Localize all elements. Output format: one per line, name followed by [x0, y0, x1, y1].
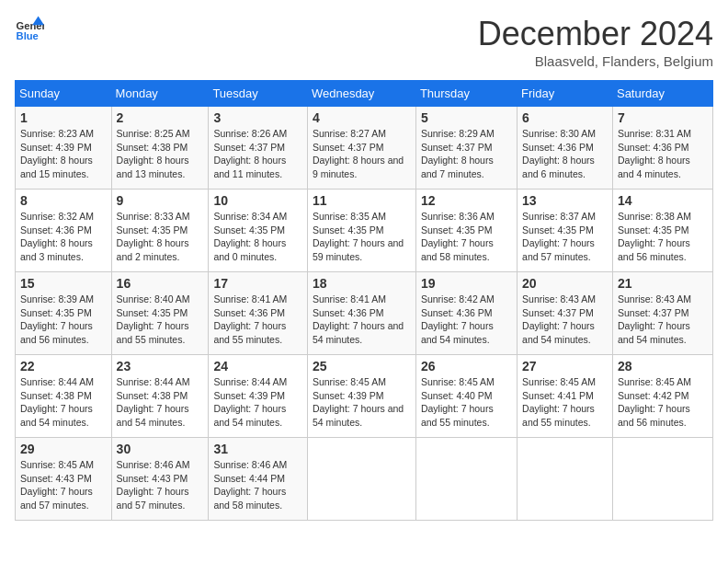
- day-number: 14: [618, 193, 708, 208]
- day-number: 30: [117, 442, 204, 456]
- day-number: 16: [117, 276, 204, 291]
- day-number: 22: [20, 359, 107, 373]
- calendar-week-row: 22 Sunrise: 8:44 AM Sunset: 4:38 PM Dayl…: [16, 355, 713, 438]
- calendar-cell: 31 Sunrise: 8:46 AM Sunset: 4:44 PM Dayl…: [209, 438, 308, 521]
- calendar-cell: 30 Sunrise: 8:46 AM Sunset: 4:43 PM Dayl…: [111, 438, 209, 521]
- calendar-cell: 12 Sunrise: 8:36 AM Sunset: 4:35 PM Dayl…: [415, 190, 517, 272]
- day-number: 13: [522, 193, 608, 208]
- calendar-cell: [415, 438, 517, 521]
- day-info: Sunrise: 8:39 AM Sunset: 4:35 PM Dayligh…: [20, 293, 107, 347]
- calendar-cell: 9 Sunrise: 8:33 AM Sunset: 4:35 PM Dayli…: [111, 190, 209, 272]
- calendar-cell: 26 Sunrise: 8:45 AM Sunset: 4:40 PM Dayl…: [415, 355, 517, 438]
- day-number: 5: [421, 110, 512, 125]
- day-info: Sunrise: 8:23 AM Sunset: 4:39 PM Dayligh…: [20, 127, 107, 181]
- day-number: 8: [20, 193, 107, 208]
- day-number: 26: [421, 359, 512, 373]
- day-of-week-header: Tuesday: [209, 81, 308, 107]
- header: General Blue December 2024 Blaasveld, Fl…: [15, 15, 713, 69]
- calendar-week-row: 29 Sunrise: 8:45 AM Sunset: 4:43 PM Dayl…: [16, 438, 713, 521]
- calendar-cell: [518, 438, 613, 521]
- calendar-cell: 28 Sunrise: 8:45 AM Sunset: 4:42 PM Dayl…: [612, 355, 712, 438]
- day-info: Sunrise: 8:35 AM Sunset: 4:35 PM Dayligh…: [313, 210, 411, 264]
- calendar-cell: 2 Sunrise: 8:25 AM Sunset: 4:38 PM Dayli…: [111, 107, 209, 190]
- calendar-table: SundayMondayTuesdayWednesdayThursdayFrid…: [15, 80, 713, 521]
- calendar-cell: 4 Sunrise: 8:27 AM Sunset: 4:37 PM Dayli…: [307, 107, 415, 190]
- day-info: Sunrise: 8:45 AM Sunset: 4:41 PM Dayligh…: [522, 375, 608, 430]
- day-info: Sunrise: 8:25 AM Sunset: 4:38 PM Dayligh…: [117, 127, 204, 181]
- day-number: 10: [213, 193, 302, 208]
- calendar-week-row: 1 Sunrise: 8:23 AM Sunset: 4:39 PM Dayli…: [16, 107, 713, 190]
- day-info: Sunrise: 8:38 AM Sunset: 4:35 PM Dayligh…: [618, 210, 708, 264]
- day-number: 6: [522, 110, 608, 125]
- day-info: Sunrise: 8:45 AM Sunset: 4:43 PM Dayligh…: [20, 458, 107, 512]
- calendar-cell: 18 Sunrise: 8:41 AM Sunset: 4:36 PM Dayl…: [307, 272, 415, 355]
- calendar-cell: 23 Sunrise: 8:44 AM Sunset: 4:38 PM Dayl…: [111, 355, 209, 438]
- day-info: Sunrise: 8:29 AM Sunset: 4:37 PM Dayligh…: [421, 127, 512, 181]
- day-number: 18: [313, 276, 411, 291]
- calendar-cell: [612, 438, 712, 521]
- day-number: 24: [213, 359, 302, 373]
- day-number: 4: [313, 110, 411, 125]
- calendar-cell: 11 Sunrise: 8:35 AM Sunset: 4:35 PM Dayl…: [307, 190, 415, 272]
- calendar-cell: 27 Sunrise: 8:45 AM Sunset: 4:41 PM Dayl…: [518, 355, 613, 438]
- calendar-subtitle: Blaasveld, Flanders, Belgium: [478, 53, 713, 69]
- day-number: 21: [618, 276, 708, 291]
- calendar-cell: [307, 438, 415, 521]
- calendar-week-row: 8 Sunrise: 8:32 AM Sunset: 4:36 PM Dayli…: [16, 190, 713, 272]
- day-info: Sunrise: 8:44 AM Sunset: 4:39 PM Dayligh…: [213, 375, 302, 430]
- calendar-cell: 8 Sunrise: 8:32 AM Sunset: 4:36 PM Dayli…: [16, 190, 112, 272]
- day-number: 27: [522, 359, 608, 373]
- calendar-cell: 3 Sunrise: 8:26 AM Sunset: 4:37 PM Dayli…: [209, 107, 308, 190]
- day-info: Sunrise: 8:27 AM Sunset: 4:37 PM Dayligh…: [313, 127, 411, 181]
- day-info: Sunrise: 8:37 AM Sunset: 4:35 PM Dayligh…: [522, 210, 608, 264]
- calendar-cell: 5 Sunrise: 8:29 AM Sunset: 4:37 PM Dayli…: [415, 107, 517, 190]
- calendar-cell: 25 Sunrise: 8:45 AM Sunset: 4:39 PM Dayl…: [307, 355, 415, 438]
- calendar-week-row: 15 Sunrise: 8:39 AM Sunset: 4:35 PM Dayl…: [16, 272, 713, 355]
- calendar-cell: 10 Sunrise: 8:34 AM Sunset: 4:35 PM Dayl…: [209, 190, 308, 272]
- day-number: 25: [313, 359, 411, 373]
- calendar-cell: 6 Sunrise: 8:30 AM Sunset: 4:36 PM Dayli…: [518, 107, 613, 190]
- day-info: Sunrise: 8:43 AM Sunset: 4:37 PM Dayligh…: [522, 293, 608, 347]
- day-info: Sunrise: 8:40 AM Sunset: 4:35 PM Dayligh…: [117, 293, 204, 347]
- day-info: Sunrise: 8:46 AM Sunset: 4:44 PM Dayligh…: [213, 458, 302, 512]
- title-area: December 2024 Blaasveld, Flanders, Belgi…: [478, 15, 713, 69]
- day-of-week-header: Wednesday: [307, 81, 415, 107]
- day-number: 1: [20, 110, 107, 125]
- day-number: 2: [117, 110, 204, 125]
- calendar-cell: 13 Sunrise: 8:37 AM Sunset: 4:35 PM Dayl…: [518, 190, 613, 272]
- svg-text:Blue: Blue: [17, 30, 39, 41]
- day-info: Sunrise: 8:31 AM Sunset: 4:36 PM Dayligh…: [618, 127, 708, 181]
- day-info: Sunrise: 8:36 AM Sunset: 4:35 PM Dayligh…: [421, 210, 512, 264]
- day-number: 11: [313, 193, 411, 208]
- day-of-week-header: Monday: [111, 81, 209, 107]
- day-info: Sunrise: 8:44 AM Sunset: 4:38 PM Dayligh…: [20, 375, 107, 430]
- day-info: Sunrise: 8:34 AM Sunset: 4:35 PM Dayligh…: [213, 210, 302, 264]
- calendar-cell: 22 Sunrise: 8:44 AM Sunset: 4:38 PM Dayl…: [16, 355, 112, 438]
- day-of-week-header: Thursday: [415, 81, 517, 107]
- day-number: 3: [213, 110, 302, 125]
- logo-icon: General Blue: [15, 15, 44, 44]
- day-number: 31: [213, 442, 302, 456]
- calendar-cell: 7 Sunrise: 8:31 AM Sunset: 4:36 PM Dayli…: [612, 107, 712, 190]
- day-of-week-header: Sunday: [16, 81, 112, 107]
- day-number: 15: [20, 276, 107, 291]
- day-info: Sunrise: 8:45 AM Sunset: 4:42 PM Dayligh…: [618, 375, 708, 430]
- calendar-cell: 29 Sunrise: 8:45 AM Sunset: 4:43 PM Dayl…: [16, 438, 112, 521]
- calendar-cell: 14 Sunrise: 8:38 AM Sunset: 4:35 PM Dayl…: [612, 190, 712, 272]
- day-of-week-header: Saturday: [612, 81, 712, 107]
- day-info: Sunrise: 8:45 AM Sunset: 4:40 PM Dayligh…: [421, 375, 512, 430]
- day-number: 12: [421, 193, 512, 208]
- day-number: 19: [421, 276, 512, 291]
- day-number: 17: [213, 276, 302, 291]
- day-number: 29: [20, 442, 107, 456]
- logo: General Blue: [15, 15, 44, 44]
- day-info: Sunrise: 8:42 AM Sunset: 4:36 PM Dayligh…: [421, 293, 512, 347]
- day-number: 7: [618, 110, 708, 125]
- calendar-cell: 21 Sunrise: 8:43 AM Sunset: 4:37 PM Dayl…: [612, 272, 712, 355]
- day-info: Sunrise: 8:43 AM Sunset: 4:37 PM Dayligh…: [618, 293, 708, 347]
- day-info: Sunrise: 8:30 AM Sunset: 4:36 PM Dayligh…: [522, 127, 608, 181]
- calendar-cell: 1 Sunrise: 8:23 AM Sunset: 4:39 PM Dayli…: [16, 107, 112, 190]
- calendar-cell: 19 Sunrise: 8:42 AM Sunset: 4:36 PM Dayl…: [415, 272, 517, 355]
- day-info: Sunrise: 8:26 AM Sunset: 4:37 PM Dayligh…: [213, 127, 302, 181]
- header-row: SundayMondayTuesdayWednesdayThursdayFrid…: [16, 81, 713, 107]
